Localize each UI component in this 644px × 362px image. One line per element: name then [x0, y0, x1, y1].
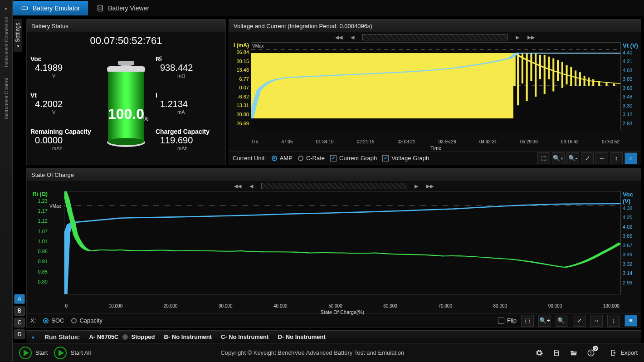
svg-rect-18 [530, 53, 532, 81]
svg-rect-19 [535, 53, 537, 97]
soc-nav-prev[interactable]: ◀ [249, 183, 253, 189]
marker-icon[interactable]: ≡ [624, 152, 637, 164]
vc-plot[interactable]: VMax [251, 42, 621, 130]
svg-rect-24 [557, 60, 559, 81]
soc-vmax-label: VMax [49, 204, 61, 209]
zoom-out-icon[interactable]: 🔍- [566, 152, 579, 164]
charged-value: 119.690 [156, 133, 193, 145]
expand-icon[interactable]: ▲ [31, 334, 35, 339]
battery-status-title: Battery Status [27, 20, 225, 32]
gear-icon[interactable] [534, 347, 545, 358]
checkbox-voltage-graph[interactable]: ✔Voltage Graph [382, 155, 429, 161]
soc-nav-last[interactable]: ▶▶ [426, 183, 434, 189]
tab-battery-viewer[interactable]: Battery Viewer [88, 1, 157, 15]
vt-unit: V [30, 109, 97, 115]
i-value: 1.2134 [156, 97, 188, 109]
tab-emulator-label: Battery Emulator [33, 5, 80, 12]
export-button[interactable]: Export [610, 349, 638, 357]
checkbox-current-graph[interactable]: ✔Current Graph [330, 155, 377, 161]
soc-zoom-in-icon[interactable]: 🔍+ [538, 315, 551, 327]
soc-marker-icon[interactable]: ≡ [624, 315, 637, 327]
vc-nav-last[interactable]: ▶▶ [527, 34, 535, 40]
svg-rect-29 [579, 72, 581, 86]
copyright-label: Copyright © Keysight BenchVue Advanced B… [97, 349, 527, 356]
fit-x-icon[interactable]: ↔ [595, 152, 608, 164]
soc-left-axis-label: Ri (Ω) [29, 191, 49, 197]
instrument-connection-tab[interactable]: Instrument Connection [4, 11, 9, 73]
svg-rect-38 [591, 351, 592, 353]
run-b-label: B- No Instrument [164, 333, 212, 340]
voc-value: 4.1989 [30, 61, 63, 73]
tab-battery-emulator[interactable]: Battery Emulator [13, 1, 88, 15]
i-unit: mA [156, 109, 222, 115]
vc-nav-prev[interactable]: ◀ [351, 34, 354, 40]
fit-y-icon[interactable]: ↕ [610, 152, 623, 164]
svg-rect-32 [592, 79, 594, 86]
export-icon [610, 349, 618, 357]
vc-title: Voltage and Current (Integration Period:… [229, 20, 641, 32]
svg-rect-15 [517, 53, 519, 105]
svg-rect-23 [552, 59, 554, 92]
radio-amp[interactable]: AMP [272, 155, 293, 161]
soc-zoom-area-icon[interactable]: ⬚ [521, 315, 534, 327]
soc-fit-icon[interactable]: ⤢ [573, 315, 585, 327]
tab-viewer-label: Battery Viewer [108, 5, 149, 12]
vc-nav-next[interactable]: ▶ [516, 34, 519, 40]
soc-panel: State Of Charge ◀◀ ◀ ▶ ▶▶ Ri (Ω) 1.231.1… [26, 168, 641, 328]
svg-rect-34 [605, 83, 607, 86]
soc-nav-next[interactable]: ▶ [415, 183, 418, 189]
checkbox-flip[interactable]: Flip [498, 317, 517, 324]
svg-point-8 [108, 138, 144, 145]
channel-tabs: A B C D [13, 17, 26, 343]
zoom-area-icon[interactable]: ⬚ [537, 152, 550, 164]
elapsed-timer: 00.07:50:52:761 [27, 32, 225, 49]
vc-nav-first[interactable]: ◀◀ [335, 34, 342, 40]
alert-icon[interactable] [585, 347, 596, 358]
zoom-in-icon[interactable]: 🔍+ [552, 152, 565, 164]
settings-tab[interactable]: ▸ Settings [14, 19, 22, 52]
battery-icon [21, 4, 29, 12]
soc-right-axis-label: Voc (V) [621, 191, 639, 205]
radio-crate[interactable]: C-Rate [298, 155, 325, 161]
soc-plot[interactable]: 010.00020.00030.00040.00050.00060.00070.… [64, 191, 621, 294]
open-icon[interactable] [568, 347, 579, 358]
vc-left-axis-label: I (mA) [231, 42, 251, 49]
svg-rect-1 [27, 8, 28, 9]
channel-tab-d[interactable]: D [14, 329, 25, 339]
save-icon[interactable] [551, 347, 562, 358]
soc-zoom-out-icon[interactable]: 🔍- [556, 315, 568, 327]
channel-tab-c[interactable]: C [14, 318, 25, 328]
radio-x-soc[interactable]: SOC [43, 317, 64, 324]
soc-scrubber[interactable] [261, 183, 406, 189]
svg-rect-0 [22, 7, 27, 10]
run-a-label: A- N6705C [89, 333, 118, 340]
channel-tab-a[interactable]: A [14, 294, 25, 304]
battery-gauge-icon: 100.0 % [99, 55, 153, 151]
run-c-label: C- No Instrument [221, 333, 268, 340]
radio-x-capacity[interactable]: Capacity [71, 317, 102, 324]
svg-rect-30 [584, 76, 585, 86]
run-status-label: Run Status: [44, 333, 80, 341]
vc-scrubber[interactable] [362, 34, 507, 40]
svg-rect-31 [588, 78, 590, 86]
channel-tab-b[interactable]: B [14, 306, 25, 316]
run-status-bar: ▲ Run Status: A- N6705CStopped B- No Ins… [26, 330, 641, 343]
run-a-status: Stopped [132, 333, 155, 340]
voltage-current-panel: Voltage and Current (Integration Period:… [229, 19, 641, 165]
remaining-value: 0.0000 [30, 133, 63, 145]
instrument-control-tab[interactable]: Instrument Control [4, 73, 9, 124]
fit-icon[interactable]: ⤢ [581, 152, 594, 164]
svg-text:100.0: 100.0 [108, 106, 144, 122]
vt-value: 4.2002 [30, 97, 63, 109]
soc-nav-first[interactable]: ◀◀ [234, 183, 241, 189]
top-tabs: Battery Emulator Battery Viewer [13, 0, 644, 17]
soc-fit-x-icon[interactable]: ↔ [590, 315, 603, 327]
soc-fit-y-icon[interactable]: ↕ [607, 315, 620, 327]
svg-rect-39 [591, 354, 592, 355]
run-d-label: D- No Instrument [278, 333, 325, 340]
start-button[interactable]: Start [19, 347, 48, 359]
soc-title: State Of Charge [27, 168, 641, 181]
start-all-button[interactable]: Start All [54, 347, 91, 359]
instrument-sidebar: ▸ Instrument Connection Instrument Contr… [0, 0, 13, 362]
svg-text:%: % [143, 115, 149, 122]
